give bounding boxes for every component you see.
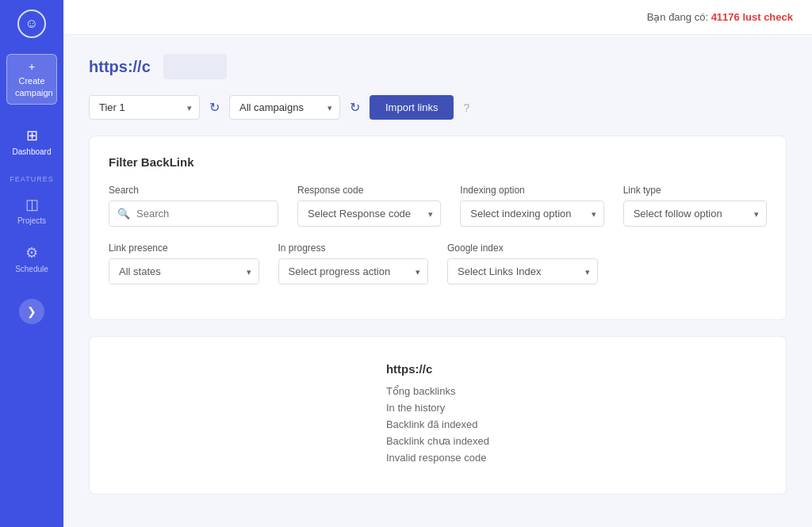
sidebar-item-label-schedule: Schedule (15, 265, 48, 273)
google-index-field: Google index Select Links Index (447, 242, 598, 285)
topbar: Bạn đang có: 41176 lust check (63, 0, 812, 35)
list-item: In the history (386, 402, 489, 414)
search-icon: 🔍 (117, 208, 130, 220)
refresh-tier-icon[interactable]: ↻ (209, 100, 220, 115)
main-content: Bạn đang có: 41176 lust check https://c … (63, 0, 812, 527)
link-presence-field: Link presence All states (109, 242, 259, 285)
tier-select-wrapper: Tier 1 (89, 95, 200, 120)
list-item: Invalid response code (386, 452, 489, 464)
stats-list: Tổng backlinks In the history Backlink đ… (386, 385, 489, 464)
search-input[interactable] (136, 201, 270, 226)
in-progress-field: In progress Select progress action (278, 242, 429, 285)
campaign-select[interactable]: All campaigns (229, 95, 340, 120)
toolbar: Tier 1 ↻ All campaigns ↻ Import links ? (89, 95, 787, 120)
sidebar: ☺ + Create campaign ⊞ Dashboard FEATURES… (0, 0, 63, 527)
sidebar-item-schedule[interactable]: ⚙ Schedule (0, 235, 63, 283)
filter-row-2: Link presence All states In progress Sel… (109, 242, 767, 285)
response-code-select-wrapper: Select Response code (297, 200, 441, 227)
filter-card: Filter BackLink Search 🔍 Response code (89, 136, 787, 320)
create-campaign-button[interactable]: + Create campaign (6, 54, 57, 105)
in-progress-label: In progress (278, 242, 429, 254)
google-index-select[interactable]: Select Links Index (447, 258, 598, 285)
sidebar-item-label-projects: Projects (17, 216, 46, 225)
sidebar-item-dashboard[interactable]: ⊞ Dashboard (0, 117, 63, 166)
search-field: Search 🔍 (109, 185, 278, 227)
indexing-option-field: Indexing option Select indexing option (460, 185, 603, 227)
link-type-select-wrapper: Select follow option (623, 200, 767, 227)
indexing-option-select[interactable]: Select indexing option (460, 200, 603, 227)
list-item: Tổng backlinks (386, 385, 489, 397)
create-campaign-label: Create campaign (15, 76, 53, 97)
link-type-select[interactable]: Select follow option (623, 200, 767, 227)
page-header: https://c (89, 54, 787, 79)
response-code-label: Response code (297, 185, 441, 196)
response-code-select[interactable]: Select Response code (297, 200, 441, 227)
indexing-option-label: Indexing option (460, 185, 603, 196)
logo-icon: ☺ (17, 10, 46, 38)
import-links-button[interactable]: Import links (370, 95, 454, 120)
link-presence-select[interactable]: All states (109, 258, 259, 285)
filter-title: Filter BackLink (109, 155, 767, 169)
projects-icon: ◫ (25, 196, 39, 213)
link-type-label: Link type (623, 185, 767, 196)
features-label: FEATURES (10, 175, 53, 183)
search-label: Search (109, 185, 278, 196)
content-area: https://c Tier 1 ↻ All campaigns ↻ Impor… (63, 35, 812, 527)
google-index-label: Google index (447, 242, 598, 254)
filter-row-1: Search 🔍 Response code Select Response c… (109, 185, 767, 227)
google-index-select-wrapper: Select Links Index (447, 258, 598, 285)
page-title: https://c (89, 58, 151, 76)
link-presence-select-wrapper: All states (109, 258, 259, 285)
link-presence-label: Link presence (109, 242, 259, 254)
in-progress-select[interactable]: Select progress action (278, 258, 429, 285)
dashboard-icon: ⊞ (26, 127, 38, 144)
campaign-select-wrapper: All campaigns (229, 95, 340, 120)
list-item: Backlink chưa indexed (386, 435, 489, 447)
search-input-wrapper: 🔍 (109, 200, 278, 227)
sidebar-item-projects[interactable]: ◫ Projects (0, 186, 63, 235)
in-progress-select-wrapper: Select progress action (278, 258, 429, 285)
topbar-count: 41176 lust check (711, 11, 793, 23)
stats-content: https://c Tổng backlinks In the history … (386, 362, 489, 464)
sidebar-expand-button[interactable]: ❯ (19, 299, 44, 324)
stats-url: https://c (386, 362, 489, 376)
indexing-option-select-wrapper: Select indexing option (460, 200, 603, 227)
tier-select[interactable]: Tier 1 (89, 95, 200, 120)
refresh-campaign-icon[interactable]: ↻ (350, 100, 360, 115)
schedule-icon: ⚙ (25, 244, 38, 262)
stats-card: https://c Tổng backlinks In the history … (89, 336, 787, 495)
sidebar-logo: ☺ (0, 0, 63, 48)
plus-icon: + (15, 59, 48, 75)
chevron-right-icon: ❯ (27, 305, 36, 318)
list-item: Backlink đã indexed (386, 418, 489, 430)
page-title-bar (163, 54, 227, 79)
response-code-field: Response code Select Response code (297, 185, 441, 227)
topbar-status-text: Bạn đang có: 41176 lust check (647, 11, 793, 23)
help-icon[interactable]: ? (463, 101, 469, 114)
link-type-field: Link type Select follow option (623, 185, 767, 227)
sidebar-item-label-dashboard: Dashboard (13, 147, 52, 156)
